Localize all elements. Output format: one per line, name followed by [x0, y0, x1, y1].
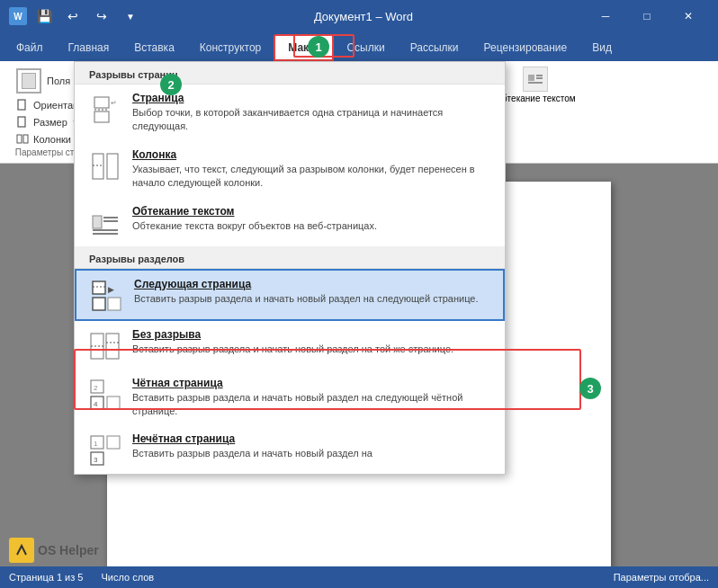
break-oddpage-item[interactable]: 1 3 Нечётная страница Вставить разрыв ра…: [75, 425, 505, 474]
tab-file[interactable]: Файл: [4, 34, 56, 61]
svg-rect-30: [91, 334, 103, 359]
tab-view[interactable]: Вид: [579, 34, 624, 61]
document-title: Документ1 – Word: [142, 10, 585, 23]
break-continuous-icon: [89, 330, 121, 362]
minimize-button[interactable]: ─: [585, 0, 626, 32]
tab-mailings[interactable]: Рассылки: [398, 34, 471, 61]
svg-rect-20: [93, 216, 102, 228]
save-button[interactable]: 💾: [32, 4, 56, 28]
break-evenpage-icon: 2 4: [89, 379, 121, 411]
page-info: Страница 1 из 5: [9, 572, 83, 583]
close-button[interactable]: ✕: [668, 0, 709, 32]
svg-rect-1: [18, 117, 25, 127]
svg-rect-0: [18, 100, 25, 110]
svg-rect-43: [107, 436, 120, 449]
svg-rect-27: [93, 298, 105, 310]
restore-button[interactable]: □: [626, 0, 668, 32]
word-icon: W: [9, 7, 27, 25]
break-evenpage-item[interactable]: 2 4 Чётная страница Вставить разрыв разд…: [75, 370, 505, 426]
break-column-item[interactable]: Колонка Указывает, что текст, следующий …: [75, 141, 505, 198]
svg-text:3: 3: [94, 456, 98, 464]
break-nextpage-icon: ▶: [91, 280, 123, 312]
svg-text:4: 4: [94, 400, 98, 408]
undo-button[interactable]: ↩: [61, 4, 85, 28]
break-continuous-item[interactable]: Без разрыва Вставить разрыв раздела и на…: [75, 321, 505, 370]
svg-rect-38: [107, 396, 120, 409]
section-breaks-header: Разрывы разделов: [75, 246, 505, 269]
break-oddpage-icon: 1 3: [89, 434, 121, 467]
svg-rect-25: [93, 281, 105, 294]
title-bar: W 💾 ↩ ↪ ▼ Документ1 – Word ─ □ ✕: [0, 0, 718, 32]
svg-rect-15: [94, 111, 109, 122]
break-page-icon: ↵: [89, 94, 121, 126]
tab-insert[interactable]: Вставка: [121, 34, 187, 61]
redo-button[interactable]: ↪: [90, 4, 113, 28]
window-controls: ─ □ ✕: [585, 0, 709, 32]
svg-rect-13: [94, 97, 109, 108]
svg-rect-32: [106, 334, 119, 359]
page-breaks-header: Разрывы страниц: [75, 62, 505, 85]
view-options: Параметры отобра...: [614, 572, 709, 583]
break-page-item[interactable]: ↵ Страница Выбор точки, в которой заканч…: [75, 85, 505, 141]
svg-rect-29: [108, 298, 121, 310]
tab-home[interactable]: Главная: [56, 34, 122, 61]
tab-bar: Файл Главная Вставка Конструктор Макет С…: [0, 32, 718, 61]
break-textwrap-item[interactable]: Обтекание текстом Обтекание текста вокру…: [75, 198, 505, 246]
svg-rect-18: [107, 154, 118, 179]
word-count: Число слов: [101, 572, 154, 583]
svg-text:↵: ↵: [111, 99, 117, 107]
status-bar: Страница 1 из 5 Число слов Параметры ото…: [0, 566, 718, 588]
tab-references[interactable]: Ссылки: [334, 34, 397, 61]
oshelper-logo: OS Helper: [9, 538, 99, 563]
svg-rect-2: [17, 135, 22, 143]
break-textwrap-icon: [89, 207, 121, 239]
svg-rect-3: [23, 135, 28, 143]
breaks-dropdown-menu[interactable]: Разрывы страниц ↵ Страница Выбор точки, …: [74, 61, 506, 475]
tab-layout[interactable]: Макет: [274, 34, 334, 61]
tab-review[interactable]: Рецензирование: [471, 34, 580, 61]
svg-rect-9: [528, 75, 534, 81]
svg-text:2: 2: [94, 384, 98, 392]
tab-design[interactable]: Конструктор: [187, 34, 274, 61]
svg-rect-17: [93, 154, 103, 179]
wrap-text-button[interactable]: Обтекание текстом: [495, 67, 576, 103]
svg-text:1: 1: [94, 440, 98, 448]
customize-qat-button[interactable]: ▼: [119, 4, 142, 28]
break-nextpage-item[interactable]: ▶ Следующая страница Вставить разрыв раз…: [75, 269, 505, 321]
title-bar-controls: W 💾 ↩ ↪ ▼: [9, 4, 142, 28]
svg-text:▶: ▶: [108, 285, 114, 294]
break-column-icon: [89, 150, 121, 183]
